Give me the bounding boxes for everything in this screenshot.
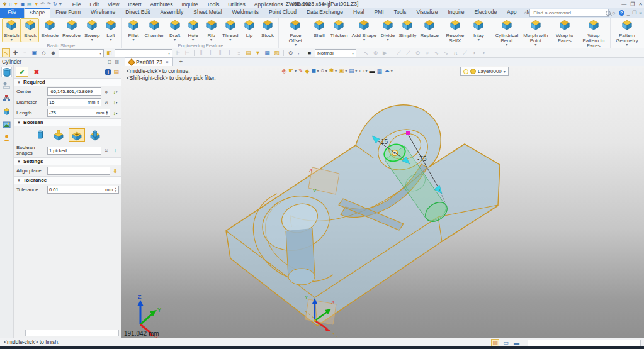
wrap-to-faces-button[interactable]: Wrap to Faces [550,18,579,44]
display-cube-icon[interactable]: ◼ ▾ [311,67,319,75]
monitor-icon[interactable]: ▭ ▾ [359,67,367,75]
section-settings[interactable]: ▼ Settings [14,157,121,165]
bar-icon[interactable]: ▬ [370,67,375,75]
ref-icon[interactable]: ⌐ [296,49,304,57]
command-search[interactable] [529,9,609,17]
side-tab-cylinder-tool[interactable] [1,67,12,77]
side-tab-user-manager[interactable] [1,133,12,143]
spinner[interactable]: ▲▼ [115,187,117,192]
face1-icon[interactable]: ◗ [470,49,478,57]
gold-pick-icon[interactable]: ⇩ [111,167,119,175]
align-a-icon[interactable]: ⊫ [174,49,182,57]
mirror-geometry-button[interactable]: Mirror Geometry▾ [641,18,644,47]
pick-arrow-icon[interactable]: ↓▾ [111,87,119,96]
replace-button[interactable]: Replace [419,18,441,39]
history-clock-icon[interactable]: ⊙ [286,49,295,57]
minimize2-icon[interactable]: _ [627,10,630,16]
tolerance-field[interactable]: 0.01 mm ▲▼ [47,186,119,194]
inlay-button[interactable]: Inlay▾ [470,18,488,42]
boolean-shapes-field[interactable]: 1 picked [47,147,101,155]
boolean-remove-button[interactable] [69,128,85,142]
spinner[interactable]: ▲▼ [106,111,108,115]
menu-attributes[interactable]: Attributes [146,1,178,8]
shade-icon[interactable]: ◆ [305,67,310,75]
thicken-button[interactable]: Thicken [328,18,349,39]
pencil-icon[interactable]: ✎ [298,67,303,75]
shell-button[interactable]: Shell [310,18,328,39]
close2-icon[interactable]: × [639,10,642,16]
print-icon[interactable]: ▤ [27,1,32,8]
tab-visualize[interactable]: Visualize [412,8,443,18]
cloud-sync-icon[interactable]: ⌂ [524,10,528,16]
length-input[interactable]: -75mm▲▼ [47,109,110,117]
constraint2-icon[interactable]: ǂ [206,49,215,57]
tab-pmi[interactable]: PMI [370,8,389,18]
folder-open-icon[interactable]: ▼ [254,49,262,57]
menu-view[interactable]: View [103,1,123,8]
info-icon[interactable]: i [105,69,111,75]
style-combo[interactable]: ▾ [115,49,172,57]
tab-inquire[interactable]: Inquire [443,8,469,18]
menu-utilities[interactable]: Utilities [223,1,249,8]
resolve-selfx-button[interactable]: Resolve SelfX [441,18,470,44]
section-tolerance[interactable]: ▼ Tolerance [14,176,121,184]
thread-button[interactable]: Thread▾ [220,18,240,42]
cloud-icon[interactable]: ☁ ▾ [384,67,393,75]
lip-button[interactable]: Lip [240,18,258,39]
menu-file[interactable]: File [68,1,86,8]
tab-shape[interactable]: Shape [24,8,51,18]
boolean-intersect-button[interactable] [87,128,103,142]
revolve-button[interactable]: Revolve [60,18,82,39]
slash-icon[interactable]: ⟋ [461,49,469,57]
block-button[interactable]: Block▾ [21,18,39,42]
layer-selector[interactable]: Layer0000 ▾ [460,67,509,76]
filter-combo[interactable]: ▾ [59,49,104,57]
tab-data-exchange[interactable]: Data Exchange [302,8,348,18]
side-tab-quick-pick[interactable] [1,80,12,91]
panel-close-icon[interactable]: ⊠ [115,59,119,65]
tab-wireframe[interactable]: Wireframe [86,8,120,18]
face2-icon[interactable]: ◗ [480,49,488,57]
document-tab[interactable]: Part001.Z3 × [125,57,173,66]
menu-tools[interactable]: Tools [202,1,223,8]
tab-weldments[interactable]: Weldments [227,8,264,18]
minimize-icon[interactable]: — [621,1,626,7]
tab-direct-edit[interactable]: Direct Edit [120,8,155,18]
menu-applications[interactable]: Applications [250,1,288,8]
align-plane-field[interactable] [47,167,110,175]
sweep-button[interactable]: Sweep▾ [82,18,101,42]
undo-icon[interactable]: ↶ [41,1,45,8]
length-dimension[interactable]: -75 [417,155,427,162]
tab-sheet-metal[interactable]: Sheet Metal [188,8,227,18]
diameter-symbol-icon[interactable]: ⌀ [103,98,110,106]
bulb-icon[interactable] [463,69,468,74]
spinner[interactable]: ▲▼ [97,100,99,104]
constraint4-icon[interactable]: ǂ [225,49,234,57]
align-b-icon[interactable]: ⊨ [183,49,191,57]
sketch-button[interactable]: Sketch▾ [2,18,21,42]
cursor2-icon[interactable]: ↖ [362,49,370,57]
panel-toggle-icon[interactable]: ▥ [491,339,499,346]
line-icon[interactable]: ⟋ [395,49,403,57]
select-arrow-icon[interactable]: ↖ [2,48,10,57]
boolean-base-button[interactable] [32,128,48,142]
tab-heal[interactable]: Heal [348,8,369,18]
polygon-pick-icon[interactable]: ◇ [40,49,48,57]
pick-arrow-icon[interactable]: ↓ [111,147,119,155]
tab-free-form[interactable]: Free Form [50,8,86,18]
menu-insert[interactable]: Insert [123,1,145,8]
pattern-geometry-button[interactable]: Pattern Geometry▾ [613,18,641,47]
add-pick-icon[interactable]: ✚ [11,49,20,57]
search-input[interactable] [532,9,604,16]
exit-icon[interactable]: ⎆ [282,67,286,75]
cancel-button[interactable]: ✖ [30,67,43,77]
side-tab-history-manager[interactable] [1,93,12,104]
package-icon[interactable]: ▦ [263,49,271,57]
square-icon[interactable]: ▦ [377,67,383,75]
image-icon[interactable]: ▣ ▾ [339,67,347,75]
tab-assembly[interactable]: Assembly [155,8,188,18]
curve-icon[interactable]: ∿ [432,49,441,57]
line2-icon[interactable]: ⟋ [404,49,412,57]
shape-toggle-icon[interactable]: ◧ [105,49,113,57]
regen-icon[interactable]: ↻ [53,1,57,8]
